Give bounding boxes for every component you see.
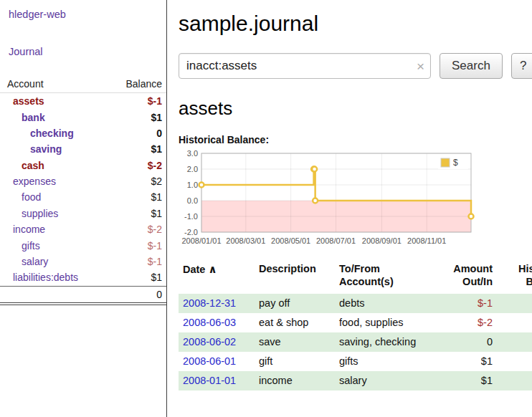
transaction-row[interactable]: 2008-06-03 eat & shop food, supplies $-2…	[179, 313, 532, 332]
y-tick-label: 3.0	[187, 149, 198, 158]
y-tick-label: -2.0	[184, 228, 198, 236]
accounts-panel: Account Balance assets $-1 bank $1	[0, 75, 166, 305]
transaction-balance: $-1	[497, 294, 532, 313]
data-point-marker	[313, 198, 318, 203]
transaction-balance: $2	[497, 352, 532, 371]
x-tick-label: 2008/05/01	[271, 236, 310, 245]
transaction-amount: $1	[424, 352, 497, 371]
sidebar: hledger-web Journal Account Balance asse…	[0, 0, 167, 417]
transaction-description: pay off	[255, 294, 335, 313]
chart-svg: 3.02.01.00.0-1.0-2.02008/01/012008/03/01…	[179, 148, 478, 249]
sidebar-nav: Journal	[9, 45, 166, 58]
transaction-amount: $-2	[424, 313, 497, 332]
transaction-date-link[interactable]: 2008-01-01	[183, 375, 236, 386]
hledger-web-app: hledger-web Journal Account Balance asse…	[0, 0, 532, 417]
transaction-accounts: saving, checking	[335, 332, 424, 352]
transaction-date-link[interactable]: 2008-06-01	[183, 355, 236, 367]
account-link[interactable]: saving	[0, 143, 62, 155]
account-link[interactable]: liabilities:debts	[0, 272, 78, 283]
accounts-total-value: 0	[156, 289, 162, 300]
help-button[interactable]: ?	[511, 53, 532, 79]
transaction-accounts: debts	[335, 294, 424, 313]
transaction-row[interactable]: 2008-06-01 gift gifts $1 $2	[179, 352, 532, 371]
col-amount[interactable]: Amount Out/In	[424, 262, 497, 294]
account-balance: $-1	[148, 240, 162, 251]
accounts-list: assets $-1 bank $1 checking 0 savin	[0, 93, 166, 286]
legend-swatch-icon	[441, 158, 450, 167]
transaction-balance: 0	[497, 313, 532, 332]
account-balance: $-1	[148, 95, 162, 107]
y-tick-label: 1.0	[187, 181, 198, 189]
account-link[interactable]: assets	[0, 95, 44, 107]
account-link[interactable]: expenses	[0, 176, 56, 187]
app-title-link[interactable]: hledger-web	[9, 9, 66, 20]
account-row: salary $-1	[0, 254, 166, 269]
account-balance: $1	[151, 143, 162, 155]
col-accounts[interactable]: To/From Account(s)	[335, 262, 424, 294]
account-row: income $-2	[0, 221, 166, 237]
transaction-description: save	[255, 332, 335, 352]
account-link[interactable]: income	[0, 224, 45, 235]
account-balance: $1	[151, 208, 162, 219]
x-tick-label: 2008/11/01	[407, 236, 446, 245]
account-link[interactable]: checking	[0, 128, 74, 139]
account-balance: $-1	[148, 256, 162, 267]
transaction-date-link[interactable]: 2008-06-03	[183, 317, 236, 328]
legend-label: $	[453, 158, 458, 168]
search-box: ×	[179, 53, 431, 79]
transaction-accounts: food, supplies	[335, 313, 424, 332]
transaction-accounts: gifts	[335, 352, 424, 371]
account-balance: 0	[156, 128, 162, 139]
transaction-date-link[interactable]: 2008-06-02	[183, 336, 236, 348]
col-description[interactable]: Description	[255, 262, 335, 294]
transaction-description: eat & shop	[255, 313, 335, 332]
account-balance: $2	[151, 176, 162, 187]
account-row: cash $-2	[0, 158, 166, 173]
page-title: sample.journal	[179, 11, 532, 36]
account-row: expenses $2	[0, 173, 166, 189]
account-row: liabilities:debts $1	[0, 269, 166, 285]
account-row: bank $1	[0, 109, 166, 125]
account-link[interactable]: salary	[0, 256, 48, 267]
account-link[interactable]: gifts	[0, 240, 40, 251]
data-point-marker	[469, 214, 474, 219]
transaction-balance: $1	[497, 371, 532, 390]
accounts-table-header: Account Balance	[0, 75, 166, 93]
account-row: saving $1	[0, 141, 166, 157]
account-balance: $1	[151, 272, 162, 283]
transaction-amount: $-1	[424, 294, 497, 313]
x-tick-label: 2008/07/01	[316, 236, 356, 245]
account-link[interactable]: cash	[0, 160, 44, 171]
transaction-date-link[interactable]: 2008-12-31	[183, 297, 236, 309]
transaction-description: gift	[255, 352, 335, 371]
account-row: supplies $1	[0, 206, 166, 221]
y-tick-label: 2.0	[187, 165, 198, 173]
transaction-row[interactable]: 2008-01-01 income salary $1 $1	[179, 371, 532, 390]
account-row: assets $-1	[0, 93, 166, 109]
chart-title: Historical Balance:	[179, 134, 532, 145]
transaction-row[interactable]: 2008-06-02 save saving, checking 0 $2	[179, 332, 532, 352]
account-link[interactable]: food	[0, 191, 41, 203]
col-date[interactable]: Date ∧	[179, 262, 255, 294]
search-button[interactable]: Search	[440, 53, 503, 79]
x-tick-label: 2008/01/01	[181, 236, 221, 245]
sort-asc-icon: ∧	[208, 263, 217, 275]
y-tick-label: -1.0	[184, 212, 198, 221]
y-tick-label: 0.0	[187, 196, 198, 205]
search-bar: × Search ?	[179, 53, 532, 79]
register-table: Date ∧ Description To/From Account(s) Am…	[179, 262, 532, 390]
accounts-total-row: 0	[0, 286, 166, 305]
search-input[interactable]	[179, 53, 431, 79]
transaction-row[interactable]: 2008-12-31 pay off debts $-1 $-1	[179, 294, 532, 313]
transaction-accounts: salary	[335, 371, 424, 390]
account-link[interactable]: bank	[0, 112, 45, 123]
transaction-amount: 0	[424, 332, 497, 352]
account-link[interactable]: supplies	[0, 208, 58, 219]
col-balance[interactable]: Historical Balance	[497, 262, 532, 294]
journal-nav-link[interactable]: Journal	[9, 46, 43, 57]
clear-search-icon[interactable]: ×	[417, 59, 424, 73]
accounts-col-account: Account	[7, 78, 44, 90]
transaction-description: income	[255, 371, 335, 390]
account-row: food $1	[0, 189, 166, 205]
register-header-row: Date ∧ Description To/From Account(s) Am…	[179, 262, 532, 294]
